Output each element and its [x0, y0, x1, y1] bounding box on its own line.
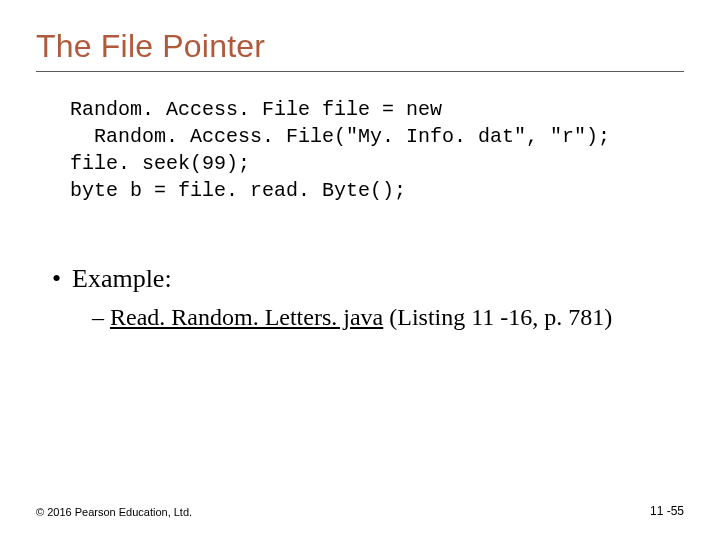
- bullet-dot-icon: •: [52, 264, 72, 294]
- bullet-list: •Example: –Read. Random. Letters. java (…: [52, 264, 684, 331]
- example-label: Example:: [72, 264, 172, 293]
- code-block: Random. Access. File file = new Random. …: [70, 96, 684, 204]
- slide: The File Pointer Random. Access. File fi…: [0, 0, 720, 540]
- bullet-level-2: –Read. Random. Letters. java (Listing 11…: [92, 304, 684, 331]
- title-divider: [36, 71, 684, 72]
- footer-copyright: © 2016 Pearson Education, Ltd.: [36, 506, 192, 518]
- footer-page-number: 11 -55: [650, 504, 684, 518]
- example-link[interactable]: Read. Random. Letters. java: [110, 304, 383, 330]
- bullet-dash-icon: –: [92, 304, 110, 331]
- slide-title: The File Pointer: [36, 28, 684, 65]
- example-listing: (Listing 11 -16, p. 781): [383, 304, 612, 330]
- bullet-level-1: •Example:: [52, 264, 684, 294]
